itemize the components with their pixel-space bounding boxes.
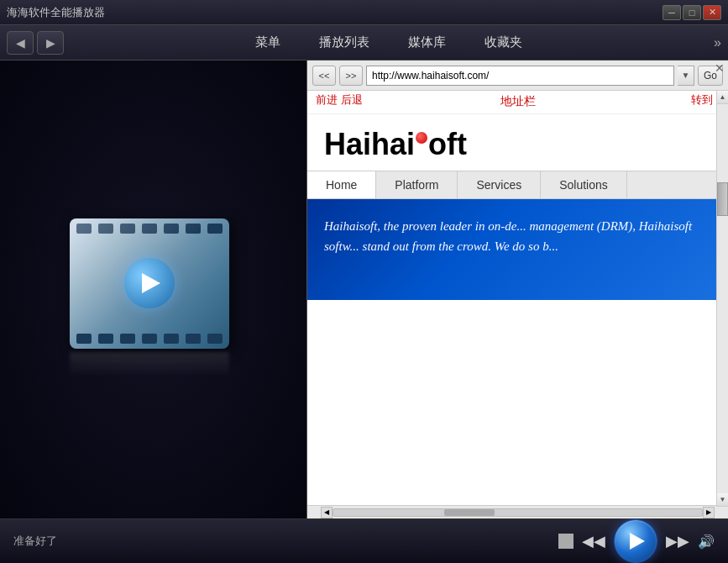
address-bar-label: 地址栏 xyxy=(500,94,536,109)
url-dropdown[interactable]: ▼ xyxy=(678,66,694,86)
app-title: 海海软件全能播放器 xyxy=(7,5,105,20)
film-hole xyxy=(142,224,157,234)
film-holes-bottom xyxy=(70,329,229,349)
film-strip xyxy=(70,218,229,349)
nav-item-solutions[interactable]: Solutions xyxy=(541,171,627,198)
film-hole xyxy=(207,224,223,234)
scroll-thumb[interactable] xyxy=(717,182,728,216)
play-triangle-icon xyxy=(142,273,160,293)
title-bar: 海海软件全能播放器 ─ □ ✕ xyxy=(0,0,728,25)
nav-item-home[interactable]: Home xyxy=(307,171,376,198)
website-nav: Home Platform Services Solutions xyxy=(307,171,728,199)
browser-close-button[interactable]: ✕ xyxy=(715,62,725,74)
forward-label: 前进 xyxy=(316,92,338,108)
film-hole xyxy=(120,224,135,234)
video-icon xyxy=(70,218,238,361)
browser-panel: ✕ << >> ▼ Go 前进 后退 地址栏 转到 xyxy=(306,61,728,518)
logo-dot xyxy=(416,132,427,144)
menu-item-playlist[interactable]: 播放列表 xyxy=(312,31,376,54)
film-hole xyxy=(207,334,223,344)
fast-forward-button[interactable]: ▶▶ xyxy=(666,532,689,550)
browser-nav-labels: 前进 后退 地址栏 转到 xyxy=(307,91,728,114)
play-button[interactable] xyxy=(614,519,657,563)
menu-item-favorites[interactable]: 收藏夹 xyxy=(478,31,529,54)
menu-item-library[interactable]: 媒体库 xyxy=(401,31,453,54)
film-hole xyxy=(76,224,92,234)
nav-item-services[interactable]: Services xyxy=(458,171,541,198)
film-hole xyxy=(164,224,179,234)
website-logo: Haihaioft xyxy=(324,127,711,162)
browser-back-button[interactable]: << xyxy=(312,66,336,86)
play-triangle-main xyxy=(630,533,645,550)
video-panel xyxy=(0,61,306,518)
website-logo-area: Haihaioft xyxy=(307,114,728,171)
back-button[interactable]: ◀ xyxy=(7,31,34,55)
browser-forward-button[interactable]: >> xyxy=(339,66,363,86)
reflection xyxy=(70,352,229,377)
back-label: 后退 xyxy=(341,92,363,108)
play-circle-icon xyxy=(124,258,175,308)
volume-button[interactable]: 🔊 xyxy=(698,534,715,550)
film-hole xyxy=(186,334,201,344)
nav-item-platform[interactable]: Platform xyxy=(376,171,458,198)
go-label: 转到 xyxy=(691,92,713,108)
film-hole xyxy=(186,224,201,234)
main-area: ✕ << >> ▼ Go 前进 后退 地址栏 转到 xyxy=(0,61,728,518)
film-hole xyxy=(164,334,179,344)
window-controls: ─ □ ✕ xyxy=(663,5,721,20)
film-hole xyxy=(98,224,113,234)
rewind-button[interactable]: ◀◀ xyxy=(582,532,605,550)
film-hole xyxy=(98,334,113,344)
website-hero: Haihaisoft, the proven leader in on-de..… xyxy=(307,199,728,300)
browser-scrollbar[interactable]: ▲ ▼ xyxy=(716,91,728,507)
forward-button[interactable]: ▶ xyxy=(37,31,64,55)
scroll-up-button[interactable]: ▲ xyxy=(717,91,728,104)
bottom-scrollbar: ◀ ▶ xyxy=(307,505,728,518)
film-hole xyxy=(142,334,157,344)
maximize-button[interactable]: □ xyxy=(683,5,701,20)
controls-bar: 准备好了 ◀◀ ▶▶ 🔊 xyxy=(0,518,728,563)
status-text: 准备好了 xyxy=(13,534,548,549)
scroll-right-button[interactable]: ▶ xyxy=(703,507,715,518)
h-scroll-track xyxy=(333,508,703,517)
menu-items: 菜单 播放列表 媒体库 收藏夹 xyxy=(67,31,710,54)
film-hole xyxy=(120,334,135,344)
website-content: Haihaioft Home Platform Services Solutio… xyxy=(307,114,728,505)
scroll-track xyxy=(717,104,728,493)
url-input[interactable] xyxy=(366,66,674,86)
menu-bar: ◀ ▶ 菜单 播放列表 媒体库 收藏夹 » xyxy=(0,25,728,61)
browser-toolbar: << >> ▼ Go xyxy=(307,61,728,91)
close-button[interactable]: ✕ xyxy=(703,5,721,20)
more-button[interactable]: » xyxy=(714,35,721,50)
film-hole xyxy=(76,334,92,344)
hero-text: Haihaisoft, the proven leader in on-de..… xyxy=(324,216,711,256)
stop-button[interactable] xyxy=(558,534,573,549)
control-buttons: ◀◀ ▶▶ 🔊 xyxy=(558,519,715,563)
scroll-down-button[interactable]: ▼ xyxy=(717,493,728,507)
minimize-button[interactable]: ─ xyxy=(663,5,681,20)
h-scroll-thumb[interactable] xyxy=(444,509,495,516)
film-content xyxy=(124,258,175,308)
scroll-left-button[interactable]: ◀ xyxy=(321,507,333,518)
menu-item-menu[interactable]: 菜单 xyxy=(249,31,287,54)
film-holes-top xyxy=(70,218,229,239)
